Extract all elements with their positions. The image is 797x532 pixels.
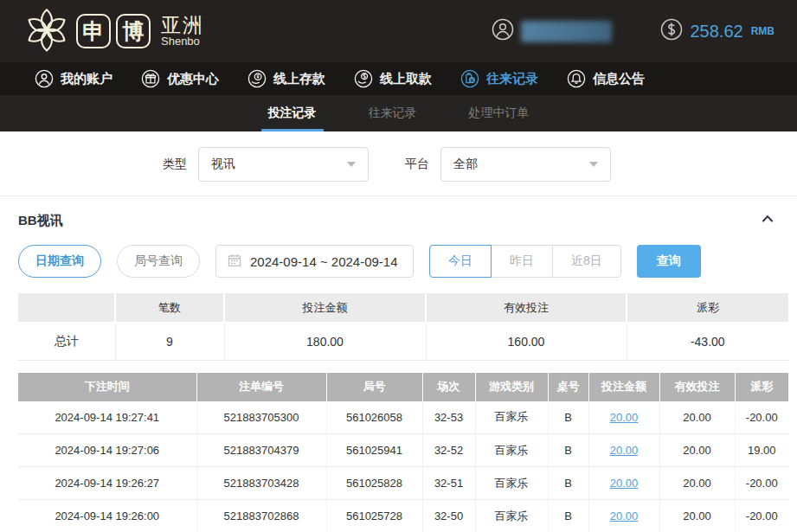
nav-item-withdraw[interactable]: 线上取款 bbox=[354, 69, 432, 88]
summary-bet-amount: 180.00 bbox=[224, 323, 426, 360]
summary-table: 笔数 投注金额 有效投注 派彩 总计 9 180.00 160.00 -43.0… bbox=[18, 293, 788, 361]
table-row: 2024-09-14 19:26:00 521883702868 5610257… bbox=[18, 500, 788, 532]
brand-char-box: 博 bbox=[116, 14, 151, 48]
summary-payout: -43.00 bbox=[627, 323, 788, 360]
filter-row: 类型 视讯 平台 全部 bbox=[0, 131, 797, 195]
tab-transfer-records[interactable]: 往来记录 bbox=[362, 95, 424, 131]
query-row: 日期查询 局号查询 2024-09-14 ~ 2024-09-14 今日 昨日 … bbox=[0, 238, 797, 290]
bet-amount-link[interactable]: 20.00 bbox=[610, 411, 639, 424]
withdraw-icon bbox=[354, 69, 373, 88]
table-header-row: 下注时间 注单编号 局号 场次 游戏类别 桌号 投注金额 有效投注 派彩 bbox=[18, 373, 788, 401]
user-icon bbox=[35, 69, 54, 88]
record-tabs: 投注记录 往来记录 处理中订单 bbox=[0, 95, 797, 131]
summary-total-label: 总计 bbox=[18, 323, 115, 360]
balance-currency: RMB bbox=[751, 25, 775, 37]
deposit-icon bbox=[247, 69, 267, 88]
quick-today-button[interactable]: 今日 bbox=[429, 245, 492, 278]
type-select[interactable]: 视讯 bbox=[198, 147, 369, 182]
nav-item-deposit[interactable]: 线上存款 bbox=[247, 69, 325, 88]
bet-amount-link[interactable]: 20.00 bbox=[610, 510, 639, 522]
tab-pending-orders[interactable]: 处理中订单 bbox=[462, 95, 537, 131]
summary-valid-bet: 160.00 bbox=[426, 323, 627, 360]
top-header: 申 博 亚洲 Shenbo 258.62 RMB bbox=[0, 0, 797, 62]
avatar-icon[interactable] bbox=[492, 18, 514, 44]
table-row: 2024-09-14 19:26:27 521883703428 5610258… bbox=[18, 467, 788, 500]
summary-header-bet-amount: 投注金额 bbox=[224, 293, 426, 323]
summary-header-valid-bet: 有效投注 bbox=[426, 293, 627, 323]
quick-range-group: 今日 昨日 近8日 bbox=[429, 245, 621, 278]
brand-logo[interactable]: 申 博 亚洲 Shenbo bbox=[22, 5, 204, 57]
bet-records-table: 下注时间 注单编号 局号 场次 游戏类别 桌号 投注金额 有效投注 派彩 202… bbox=[18, 373, 788, 532]
section-title: BB视讯 bbox=[18, 213, 63, 229]
summary-header-empty bbox=[18, 293, 115, 323]
brand-region: 亚洲 Shenbo bbox=[161, 15, 204, 48]
platform-select[interactable]: 全部 bbox=[440, 147, 611, 182]
nav-item-my-account[interactable]: 我的账户 bbox=[35, 69, 112, 88]
search-button[interactable]: 查询 bbox=[637, 245, 701, 278]
nav-item-transfer-records[interactable]: 往来记录 bbox=[460, 69, 538, 88]
date-query-button[interactable]: 日期查询 bbox=[18, 245, 101, 278]
table-row: 2024-09-14 19:27:41 521883705300 5610260… bbox=[18, 401, 788, 434]
summary-total-row: 总计 9 180.00 160.00 -43.00 bbox=[18, 323, 788, 360]
dollar-icon bbox=[660, 18, 683, 44]
chevron-up-icon[interactable] bbox=[759, 210, 776, 231]
transfer-records-icon bbox=[460, 69, 479, 88]
quick-last8days-button[interactable]: 近8日 bbox=[552, 245, 621, 278]
date-range-input[interactable]: 2024-09-14 ~ 2024-09-14 bbox=[215, 245, 414, 278]
brand-char-box: 申 bbox=[76, 14, 111, 48]
chevron-down-icon bbox=[347, 162, 356, 167]
main-nav: 我的账户 优惠中心 线上存款 线上取款 bbox=[0, 62, 797, 95]
username-redacted bbox=[521, 21, 612, 42]
bet-amount-link[interactable]: 20.00 bbox=[610, 444, 639, 457]
balance-amount: 258.62 bbox=[691, 22, 743, 42]
gift-icon bbox=[141, 69, 160, 88]
filter-type: 类型 视讯 bbox=[163, 147, 369, 182]
type-label: 类型 bbox=[163, 157, 187, 172]
nav-item-announcements[interactable]: 信息公告 bbox=[567, 69, 645, 88]
calendar-icon bbox=[228, 253, 241, 270]
bell-icon bbox=[567, 69, 586, 88]
chevron-down-icon bbox=[589, 162, 598, 167]
section-header: BB视讯 bbox=[0, 196, 797, 238]
filter-platform: 平台 全部 bbox=[405, 147, 611, 182]
platform-label: 平台 bbox=[405, 157, 429, 172]
summary-header-payout: 派彩 bbox=[627, 293, 788, 323]
nav-item-promotions[interactable]: 优惠中心 bbox=[141, 69, 219, 88]
table-row: 2024-09-14 19:27:06 521883704379 5610259… bbox=[18, 434, 788, 467]
quick-yesterday-button[interactable]: 昨日 bbox=[491, 245, 553, 278]
round-query-button[interactable]: 局号查询 bbox=[117, 245, 200, 278]
summary-count: 9 bbox=[115, 323, 224, 360]
summary-header-count: 笔数 bbox=[115, 293, 224, 323]
tab-bet-records[interactable]: 投注记录 bbox=[261, 95, 324, 131]
balance[interactable]: 258.62 RMB bbox=[660, 18, 775, 44]
bet-amount-link[interactable]: 20.00 bbox=[610, 477, 639, 490]
flower-icon bbox=[22, 5, 71, 57]
